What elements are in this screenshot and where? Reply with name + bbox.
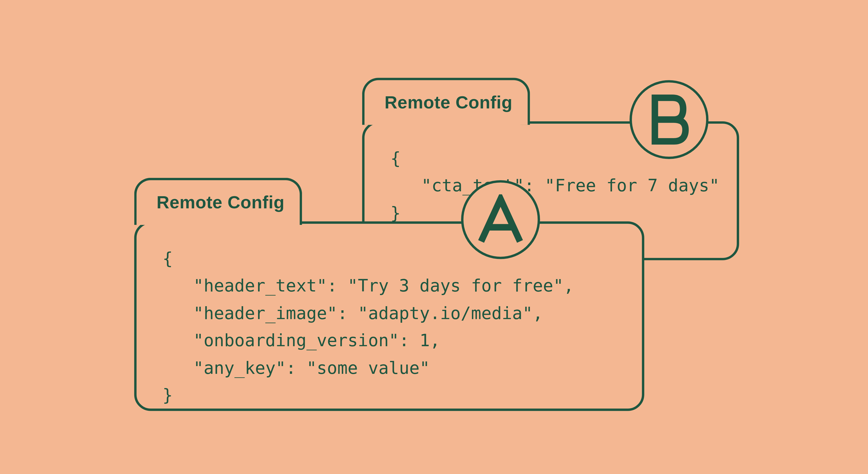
remote-config-title-b: Remote Config: [384, 93, 512, 112]
remote-config-title-a: Remote Config: [157, 193, 284, 213]
variant-badge-a: [461, 180, 540, 259]
letter-b-icon: [648, 93, 690, 146]
letter-a-icon: [477, 194, 524, 245]
diagram-stage: Remote Config { "cta_text": "Free for 7 …: [1, 0, 867, 474]
remote-config-tab-b: Remote Config: [362, 78, 530, 125]
variant-badge-b: [629, 80, 709, 159]
remote-config-code-a: { "header_text": "Try 3 days for free", …: [162, 245, 616, 409]
remote-config-card-a: Remote Config { "header_text": "Try 3 da…: [134, 222, 644, 411]
remote-config-tab-a: Remote Config: [134, 178, 302, 225]
